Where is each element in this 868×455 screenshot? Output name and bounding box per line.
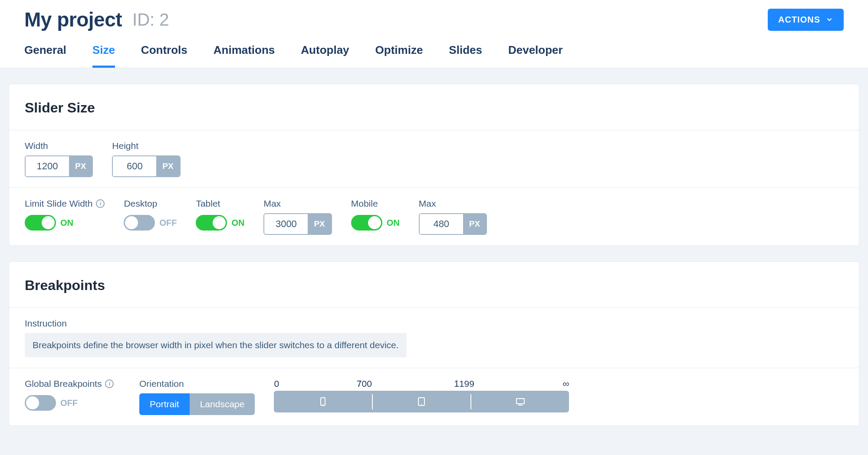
orientation-portrait-button[interactable]: Portrait (139, 393, 190, 415)
chevron-down-icon (825, 16, 833, 23)
breakpoint-track[interactable] (274, 391, 569, 412)
orientation-group: Portrait Landscape (139, 393, 255, 415)
mobile-max-label: Max (419, 198, 487, 209)
orientation-label: Orientation (139, 379, 255, 389)
tablet-state: ON (231, 218, 244, 228)
project-id: ID: 2 (132, 10, 169, 30)
desktop-label: Desktop (124, 198, 177, 209)
desktop-state: OFF (159, 218, 177, 228)
mobile-state: ON (387, 218, 400, 228)
tab-autoplay[interactable]: Autoplay (301, 43, 349, 68)
tablet-toggle[interactable] (196, 215, 227, 231)
mobile-max-input[interactable] (420, 214, 463, 234)
breakpoints-title: Breakpoints (25, 277, 843, 293)
info-icon[interactable]: i (96, 199, 105, 208)
actions-label: ACTIONS (778, 15, 820, 25)
tablet-max-label: Max (263, 198, 332, 209)
slider-size-panel: Slider Size Width PX Height PX (9, 84, 859, 246)
tab-optimize[interactable]: Optimize (375, 43, 423, 68)
project-title: My project (24, 8, 122, 31)
tabs-bar: General Size Controls Animations Autopla… (0, 31, 868, 68)
height-input[interactable] (113, 156, 156, 176)
width-label: Width (25, 141, 93, 151)
global-breakpoints-state: OFF (60, 398, 78, 408)
svg-rect-4 (516, 399, 524, 404)
instruction-text: Breakpoints define the browser width in … (25, 333, 407, 357)
tab-animations[interactable]: Animations (214, 43, 275, 68)
bp-marker-end: ∞ (562, 379, 569, 389)
tablet-label: Tablet (196, 198, 244, 209)
mobile-toggle[interactable] (351, 215, 382, 231)
tablet-max-unit: PX (308, 214, 331, 234)
tab-slides[interactable]: Slides (449, 43, 482, 68)
slider-size-title: Slider Size (25, 100, 843, 116)
tablet-max-input[interactable] (264, 214, 308, 234)
tablet-max-input-wrap: PX (263, 213, 332, 235)
desktop-toggle[interactable] (124, 215, 155, 231)
breakpoints-panel: Breakpoints Instruction Breakpoints defi… (9, 261, 859, 426)
tab-size[interactable]: Size (92, 43, 115, 68)
bp-segment-desktop[interactable] (471, 391, 569, 412)
instruction-label: Instruction (25, 318, 67, 329)
limit-slide-width-state: ON (60, 218, 73, 228)
mobile-label: Mobile (351, 198, 400, 209)
breakpoint-labels: 0 𝙸700 𝙸1199 ∞ (274, 379, 569, 391)
mobile-max-input-wrap: PX (419, 213, 487, 235)
bp-marker-start: 0 (274, 379, 279, 389)
mobile-max-unit: PX (463, 214, 486, 234)
width-unit: PX (69, 156, 92, 176)
limit-slide-width-toggle[interactable] (25, 215, 56, 231)
width-input[interactable] (26, 156, 69, 176)
bp-segment-tablet[interactable] (373, 391, 470, 412)
global-breakpoints-toggle[interactable] (25, 395, 56, 411)
limit-slide-width-label: Limit Slide Width i (25, 198, 105, 209)
tab-general[interactable]: General (24, 43, 66, 68)
bp-segment-mobile[interactable] (274, 391, 372, 412)
width-input-wrap: PX (25, 155, 93, 177)
info-icon[interactable]: i (105, 379, 114, 388)
actions-button[interactable]: ACTIONS (768, 9, 844, 31)
desktop-icon (515, 396, 526, 407)
height-input-wrap: PX (112, 155, 180, 177)
height-unit: PX (156, 156, 179, 176)
height-label: Height (112, 141, 180, 151)
tab-developer[interactable]: Developer (508, 43, 563, 68)
tablet-icon (416, 396, 427, 407)
tab-controls[interactable]: Controls (141, 43, 187, 68)
orientation-landscape-button[interactable]: Landscape (190, 393, 255, 415)
mobile-icon (318, 396, 328, 407)
global-breakpoints-label: Global Breakpoints i (25, 379, 120, 389)
